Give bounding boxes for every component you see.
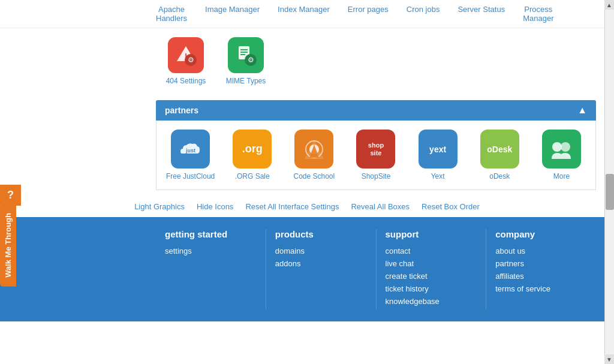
walk-me-through-tab[interactable]: Walk Me Through <box>0 204 16 287</box>
yext-label: Yext <box>431 172 445 181</box>
shopsite-label: ShopSite <box>362 172 391 181</box>
partners-header: partners ▲ <box>156 100 596 121</box>
justcloud-label: Free JustCloud <box>166 172 215 181</box>
more-label: More <box>553 172 570 181</box>
footer-ticket-history-link[interactable]: ticket history <box>386 284 477 293</box>
footer-company: company about us partners affiliates ter… <box>486 229 596 309</box>
icon-404-settings[interactable]: ! ⚙ 404 Settings <box>162 37 210 85</box>
footer-knowledgebase-link[interactable]: knowledgebase <box>386 297 477 306</box>
more-icon <box>542 130 581 169</box>
footer-settings-link[interactable]: settings <box>165 246 257 255</box>
partner-code-school[interactable]: Code School <box>289 130 339 181</box>
partner-yext[interactable]: yext Yext <box>413 130 463 181</box>
top-nav: Apache Handlers Image Manager Index Mana… <box>0 0 614 28</box>
nav-apache-handlers[interactable]: Apache Handlers <box>156 5 187 23</box>
partners-section: partners ▲ just Free JustCloud .org .ORG… <box>156 100 596 190</box>
scroll-arrow-down[interactable]: ▼ <box>604 354 614 364</box>
justcloud-svg: just <box>176 134 206 164</box>
org-text: .org <box>242 143 263 155</box>
partners-collapse-arrow[interactable]: ▲ <box>577 105 587 116</box>
footer-about-link[interactable]: about us <box>495 246 587 255</box>
hide-icons-link[interactable]: Hide Icons <box>197 202 233 211</box>
scrollbar-thumb[interactable] <box>606 174 614 210</box>
footer-partners-link[interactable]: partners <box>495 259 587 268</box>
footer: getting started settings products domain… <box>0 217 614 321</box>
footer-getting-started: getting started settings <box>156 229 266 309</box>
yext-icon: yext <box>419 130 458 169</box>
help-icon: ? <box>7 189 14 201</box>
walk-me-through-label: Walk Me Through <box>4 213 13 278</box>
codeschool-icon <box>294 130 333 169</box>
yext-text: yext <box>429 145 446 154</box>
reset-all-link[interactable]: Reset All Interface Settings <box>245 202 339 211</box>
partner-shopsite[interactable]: shop site ShopSite <box>351 130 401 181</box>
light-graphics-link[interactable]: Light Graphics <box>134 202 185 211</box>
more-svg <box>548 136 574 163</box>
shopsite-icon: shop site <box>356 130 395 169</box>
footer-live-chat-link[interactable]: live chat <box>386 259 477 268</box>
footer-domains-link[interactable]: domains <box>275 246 367 255</box>
footer-getting-started-title: getting started <box>165 229 257 239</box>
footer-addons-link[interactable]: addons <box>275 259 367 268</box>
icon-404-label: 404 Settings <box>166 77 206 85</box>
nav-image-manager[interactable]: Image Manager <box>205 5 260 14</box>
nav-server-status[interactable]: Server Status <box>458 5 505 14</box>
icon-mime-types[interactable]: ⚙ MIME Types <box>222 37 270 85</box>
org-label: .ORG Sale <box>235 172 270 181</box>
partner-justcloud[interactable]: just Free JustCloud <box>165 130 215 181</box>
odesk-icon: oDesk <box>480 130 519 169</box>
odesk-text: oDesk <box>487 145 512 154</box>
reset-box-order-link[interactable]: Reset Box Order <box>422 202 480 211</box>
partners-title: partners <box>165 106 198 115</box>
nav-index-manager[interactable]: Index Manager <box>278 5 330 14</box>
nav-error-pages[interactable]: Error pages <box>348 5 389 14</box>
footer-affiliates-link[interactable]: affiliates <box>495 272 587 281</box>
justcloud-icon: just <box>171 130 210 169</box>
icon-mime-label: MIME Types <box>226 77 266 85</box>
footer-contact-link[interactable]: contact <box>386 246 477 255</box>
reveal-all-link[interactable]: Reveal All Boxes <box>351 202 410 211</box>
partner-org-sale[interactable]: .org .ORG Sale <box>227 130 277 181</box>
footer-support-title: support <box>386 229 477 239</box>
nav-cron-jobs[interactable]: Cron jobs <box>407 5 440 14</box>
404-svg: ! ⚙ <box>174 43 198 67</box>
svg-point-15 <box>552 142 562 152</box>
svg-text:just: just <box>185 148 195 154</box>
svg-point-16 <box>561 142 570 152</box>
icons-section: ! ⚙ 404 Settings ⚙ MIME Types <box>0 28 614 94</box>
scroll-arrow-up[interactable]: ▲ <box>604 0 614 10</box>
scrollbar-track: ▲ ▼ <box>604 0 614 364</box>
partners-body: just Free JustCloud .org .ORG Sale Cod <box>156 121 596 190</box>
codeschool-label: Code School <box>293 172 335 181</box>
icon-404-box: ! ⚙ <box>168 37 204 73</box>
footer-products: products domains addons <box>266 229 377 309</box>
icon-mime-box: ⚙ <box>228 37 264 73</box>
shopsite-text: shop site <box>368 142 384 156</box>
help-button[interactable]: ? <box>0 185 21 206</box>
footer-company-title: company <box>495 229 587 239</box>
svg-text:⚙: ⚙ <box>188 56 194 64</box>
svg-text:⚙: ⚙ <box>248 56 254 64</box>
partner-more[interactable]: More <box>537 130 586 181</box>
footer-products-title: products <box>275 229 367 239</box>
footer-terms-link[interactable]: terms of service <box>495 284 587 293</box>
footer-support: support contact live chat create ticket … <box>377 229 487 309</box>
partner-odesk[interactable]: oDesk oDesk <box>475 130 525 181</box>
mime-svg: ⚙ <box>234 43 258 67</box>
org-icon: .org <box>233 130 272 169</box>
nav-process-manager[interactable]: Process Manager <box>523 5 553 23</box>
footer-create-ticket-link[interactable]: create ticket <box>386 272 477 281</box>
codeschool-svg <box>301 136 327 163</box>
settings-bar: Light Graphics Hide Icons Reset All Inte… <box>0 196 614 217</box>
odesk-label: oDesk <box>489 172 510 181</box>
